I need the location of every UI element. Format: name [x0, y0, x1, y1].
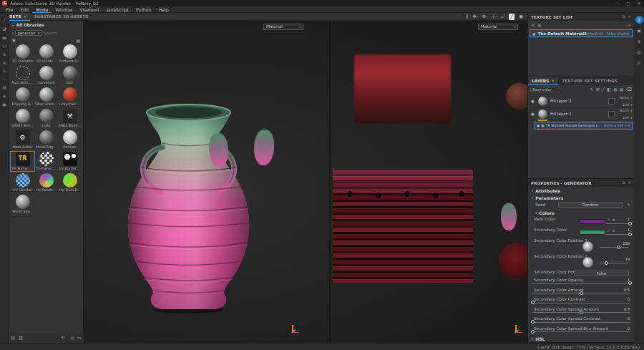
- asset-auto-stitcher[interactable]: Auto Stitcher: [11, 66, 34, 85]
- slider-track[interactable]: [605, 223, 630, 224]
- paint-tool-icon[interactable]: ╱: [3, 17, 6, 22]
- asset-3d-linear[interactable]: 3D Linear...: [34, 44, 58, 64]
- scale-gizmo-icon[interactable]: ⊹▾: [492, 14, 497, 20]
- asset-uv-texel-d[interactable]: UV Texel D...: [58, 173, 82, 193]
- slider-knob[interactable]: [531, 330, 535, 334]
- add-fill-layer-icon[interactable]: ◧: [607, 87, 610, 92]
- translate-gizmo-icon[interactable]: ✥▾: [472, 14, 477, 20]
- shader-settings-icon[interactable]: ◍: [635, 48, 643, 56]
- viewport[interactable]: Material ∨: [84, 21, 527, 343]
- close-panel-icon[interactable]: ✕: [628, 14, 631, 19]
- opacity-select[interactable]: 100 ∨: [623, 103, 633, 107]
- menu-python[interactable]: Python: [132, 6, 155, 13]
- smudge-tool-icon[interactable]: ≋: [2, 52, 6, 57]
- edit-pencil-icon[interactable]: ✎: [627, 203, 630, 207]
- slider-knob[interactable]: [605, 261, 608, 265]
- slider-knob[interactable]: [580, 291, 583, 295]
- menu-viewport[interactable]: Viewport: [77, 6, 103, 13]
- asset-fiber-glass[interactable]: Fiber Glass...: [34, 87, 58, 107]
- viewport-divider[interactable]: [329, 21, 331, 343]
- asset-mask-editor[interactable]: ⚙Mask Editor: [11, 130, 34, 150]
- menu-mode[interactable]: Mode: [32, 6, 52, 13]
- asset-tri-planar[interactable]: Tri-Planar ...: [34, 152, 58, 171]
- grid-view-icon[interactable]: ▦: [76, 38, 80, 43]
- minimize-button[interactable]: –: [613, 0, 623, 6]
- blend-mode-select[interactable]: Norm ∨: [620, 96, 633, 99]
- add-effect-icon[interactable]: ⊞: [596, 87, 600, 92]
- slider-track[interactable]: [532, 312, 630, 313]
- layer-mask-slot[interactable]: [608, 98, 615, 104]
- substance-assets-launcher-icon[interactable]: ↥: [635, 16, 643, 24]
- asset-grayscale[interactable]: Grayscale ...: [58, 87, 82, 107]
- clear-filter-icon[interactable]: ✕: [37, 31, 40, 35]
- uv-island-body[interactable]: [333, 170, 473, 283]
- hide-all-icon[interactable]: ⊘: [531, 22, 535, 27]
- asset-mask-build[interactable]: ⚒Mask Build...: [58, 109, 82, 128]
- add-content-icon[interactable]: ⊕: [635, 37, 643, 45]
- search-filter-chip[interactable]: generator✕: [15, 30, 42, 36]
- layer-mask-slot[interactable]: [608, 111, 615, 117]
- display-settings-icon[interactable]: ▣: [2, 102, 6, 107]
- asset-inflate-shri[interactable]: Inflate Shri...: [11, 109, 34, 128]
- channels-view-icon[interactable]: ▤: [11, 335, 15, 341]
- camera-focus-icon[interactable]: ◎: [70, 335, 74, 341]
- slider-track[interactable]: [532, 293, 630, 293]
- layer-row-fill-layer-1[interactable]: ◉Fill layer 1Norm ∨100 ∨: [528, 108, 634, 121]
- close-button[interactable]: ✕: [634, 0, 644, 6]
- slider-track[interactable]: [532, 303, 630, 303]
- view2d-mode-select[interactable]: Material ∨: [478, 24, 518, 30]
- uv-island-handle-2[interactable]: [253, 129, 275, 165]
- slider-knob[interactable]: [617, 246, 620, 249]
- polygon-fill-tool-icon[interactable]: ⬠: [2, 43, 6, 48]
- quick-mask-icon[interactable]: ▤: [2, 84, 6, 89]
- symmetry-toggle-icon[interactable]: ∥: [466, 14, 468, 20]
- visibility-eye-icon[interactable]: ◉: [531, 99, 535, 103]
- add-smart-material-icon[interactable]: ◍: [613, 87, 617, 92]
- slider-track[interactable]: [532, 322, 630, 323]
- clone-tool-icon[interactable]: ⊕: [2, 60, 6, 65]
- layer-row-fill-layer-2[interactable]: ◉Fill layer 2Norm ∨100 ∨: [528, 95, 634, 108]
- color-picker-icon[interactable]: ⤤: [608, 229, 610, 233]
- pottery-3d-model[interactable]: [123, 101, 254, 314]
- slider-knob[interactable]: [580, 311, 583, 314]
- color-picker-icon[interactable]: ⤤: [608, 218, 610, 222]
- tab-layers[interactable]: LAYERS✕: [528, 77, 558, 85]
- dock-panel-icon[interactable]: ⧉: [622, 14, 625, 19]
- eraser-tool-icon[interactable]: ◪: [2, 26, 6, 31]
- menu-help[interactable]: Help: [155, 6, 172, 13]
- asset-light[interactable]: Light: [34, 109, 58, 128]
- texture-set-row[interactable]: ◉ The Default Material1 2048x2048 Main s…: [530, 29, 633, 37]
- slider-knob[interactable]: [628, 233, 632, 236]
- filter-funnel-icon[interactable]: ▼: [12, 38, 16, 43]
- camera-icon[interactable]: ◉: [519, 14, 523, 20]
- camera-rotate-icon[interactable]: ⟲: [61, 335, 64, 341]
- menu-window[interactable]: Window: [52, 6, 76, 13]
- visibility-eye-icon[interactable]: ◉: [537, 124, 540, 127]
- asset-uv-rando[interactable]: UV Rando...: [34, 173, 58, 193]
- tab-texture-set-settings[interactable]: TEXTURE SET SETTINGS: [558, 77, 621, 85]
- add-paint-layer-icon[interactable]: ╱: [602, 87, 605, 92]
- camera-frame-icon[interactable]: ▭: [77, 335, 81, 341]
- list-view-icon[interactable]: ≡: [628, 22, 631, 27]
- tab-substance-3d-assets[interactable]: SUBSTANCE 3D ASSETS: [30, 13, 92, 21]
- libraries-selector[interactable]: ▸ All libraries: [9, 21, 83, 29]
- asset-uv-checker[interactable]: UV Checker: [11, 173, 34, 193]
- display-panel-icon[interactable]: ▣: [635, 26, 643, 34]
- tab-assets-close-icon[interactable]: ✕: [24, 14, 27, 19]
- uv-island-handle-3[interactable]: [501, 203, 517, 230]
- section-colors[interactable]: ▾ Colors: [528, 209, 634, 216]
- section-hsl[interactable]: ▸ HSL: [528, 335, 634, 342]
- add-folder-icon[interactable]: ▤: [620, 87, 623, 92]
- maximize-button[interactable]: ▢: [623, 0, 633, 6]
- slider-knob[interactable]: [531, 301, 535, 304]
- uv-island-lid[interactable]: [506, 83, 527, 110]
- effect-row-tr-stylized-texture-generator-remastered[interactable]: ◉▣TR Stylized Texture Generator remaster…: [535, 122, 633, 130]
- add-mask-icon[interactable]: ✎: [590, 87, 594, 92]
- color-swatch[interactable]: [580, 219, 605, 224]
- effect-blend-opacity[interactable]: Norm ∨ 100 ∨ ✕: [604, 124, 630, 127]
- channel-select[interactable]: Base color ∨: [530, 87, 560, 92]
- menu-file[interactable]: File: [2, 6, 16, 13]
- tab-layers-close-icon[interactable]: ✕: [551, 79, 555, 83]
- asset-3d-distance[interactable]: 3D Distance: [11, 44, 34, 64]
- visibility-eye-icon[interactable]: ◉: [532, 31, 535, 36]
